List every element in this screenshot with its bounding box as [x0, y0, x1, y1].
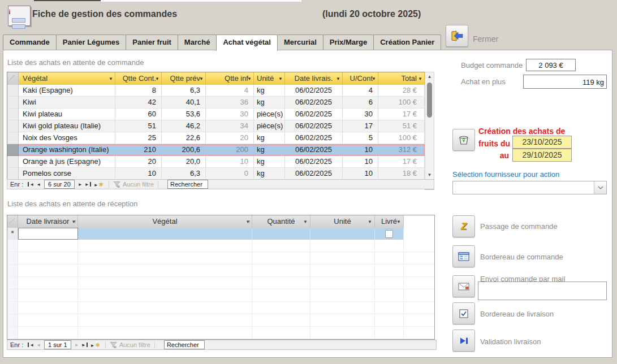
table-row[interactable]: Kiwi gold plateau (Italie)5146,234pièce(… [7, 120, 425, 132]
table-cell[interactable]: 06/02/2025 [285, 168, 343, 180]
unite-cell[interactable] [310, 228, 375, 240]
table-cell[interactable]: kg [254, 97, 285, 109]
dropdown-icon[interactable]: ▼ [336, 73, 340, 85]
table-cell[interactable]: 10 [115, 168, 162, 180]
table-row[interactable]: Kiwi4240,136kg06/02/20256100 € [7, 97, 425, 109]
row-selector[interactable] [7, 109, 19, 120]
dropdown-icon[interactable]: ▼ [368, 216, 372, 228]
column-header-qtte-inf[interactable]: Qtte inf▼ [206, 72, 254, 85]
previous-record-button[interactable]: ◄ [36, 182, 41, 187]
new-record-button[interactable]: ►✱ [90, 342, 100, 348]
combobox-drop-button[interactable] [594, 181, 606, 194]
table-cell[interactable]: 20,0 [162, 156, 206, 168]
table-cell[interactable]: 40,1 [162, 97, 206, 109]
mail-address-input[interactable] [478, 281, 607, 300]
table-cell[interactable]: pièce(s) [254, 109, 285, 120]
table-cell[interactable]: 36 [206, 97, 254, 109]
table-cell[interactable]: 10 [206, 156, 254, 168]
table-cell[interactable]: 28 € [378, 85, 425, 97]
table-cell[interactable]: 6,3 [162, 168, 206, 180]
table-row[interactable]: Orange washington (Italie)210200,6200kg0… [7, 144, 425, 156]
filter-status[interactable]: Aucun filtre [119, 341, 150, 348]
next-record-button[interactable]: ► [78, 182, 83, 187]
tab-march-[interactable]: Marché [178, 34, 217, 50]
scroll-up-icon[interactable]: ▲ [425, 74, 434, 79]
table-row[interactable]: Noix des Vosges2522,620kg06/02/20255100 … [7, 132, 425, 144]
table-cell[interactable]: Pomelos corse [19, 168, 115, 180]
table-cell[interactable]: kg [254, 132, 285, 144]
table-cell[interactable]: pièce(s) [254, 120, 285, 132]
date-to-field[interactable]: 29/10/2025 [512, 149, 572, 162]
table-cell[interactable]: 46,2 [162, 120, 206, 132]
order-placement-button[interactable]: Z [452, 215, 475, 237]
column-header-qtte-prev[interactable]: Qtte prév▼ [162, 72, 206, 85]
tab-mercurial[interactable]: Mercurial [277, 34, 323, 50]
sort-dropdown-icon[interactable]: ▾↑ [247, 215, 249, 228]
table-cell[interactable]: 210 [115, 144, 162, 156]
table-cell[interactable]: 8 [115, 85, 162, 97]
table-cell[interactable]: 17 € [378, 156, 425, 168]
filter-status[interactable]: Aucun filtre [123, 181, 154, 188]
table-cell[interactable]: 4 [343, 85, 378, 97]
extra-purchase-field[interactable]: 119 kg [523, 75, 607, 89]
column-header-unite[interactable]: Unité▼ [310, 215, 375, 228]
table-cell[interactable]: 06/02/2025 [285, 97, 343, 109]
table-row[interactable]: Orange à jus (Espagne)2020,010kg06/02/20… [7, 156, 425, 168]
dropdown-icon[interactable]: ▼ [418, 73, 422, 85]
column-header-vegetal[interactable]: Végétal▼ [19, 72, 115, 85]
table-cell[interactable]: 100 € [378, 97, 425, 109]
table-cell[interactable]: 10 [343, 156, 378, 168]
table-cell[interactable]: 42 [115, 97, 162, 109]
table-cell[interactable]: 4 [206, 85, 254, 97]
table-cell[interactable]: 06/02/2025 [285, 144, 343, 156]
dropdown-icon[interactable]: ▼ [278, 73, 283, 85]
table-cell[interactable]: Orange à jus (Espagne) [19, 156, 115, 168]
send-order-mail-button[interactable] [452, 275, 475, 297]
table-cell[interactable]: 06/02/2025 [285, 109, 343, 120]
dropdown-icon[interactable]: ▼ [372, 73, 376, 85]
table-cell[interactable]: 6,3 [162, 85, 206, 97]
supplier-combobox[interactable] [452, 181, 607, 194]
row-selector[interactable] [7, 132, 19, 144]
table-cell[interactable]: kg [254, 85, 285, 97]
column-header-date-livraison[interactable]: Date livraisor▾↑ [18, 215, 78, 228]
row-selector[interactable] [7, 97, 19, 109]
row-selector[interactable] [7, 156, 19, 168]
sort-dropdown-icon[interactable]: ▾↑ [72, 215, 75, 228]
table-cell[interactable]: 30 [206, 109, 254, 120]
table-cell[interactable]: 53,6 [162, 109, 206, 120]
select-all-corner[interactable] [7, 215, 18, 228]
table-cell[interactable]: 30 [343, 109, 378, 120]
budget-value-field[interactable]: 2 093 € [526, 59, 576, 71]
column-header-unite[interactable]: Unité▼ [254, 72, 285, 85]
livre-checkbox[interactable] [385, 230, 393, 238]
table-cell[interactable]: 100 € [378, 132, 425, 144]
table-cell[interactable]: 312 € [378, 144, 425, 156]
new-record-button[interactable]: ►✱ [94, 181, 103, 188]
scrollbar-thumb[interactable] [427, 83, 432, 118]
row-selector[interactable] [7, 168, 19, 180]
first-record-button[interactable]: ◄ [27, 182, 34, 187]
delivery-validation-button[interactable] [452, 330, 475, 352]
column-header-total[interactable]: Total▼ [378, 72, 425, 85]
table-cell[interactable]: 20 [115, 156, 162, 168]
table-row[interactable]: Kiwi plateau6053,630pièce(s)06/02/202530… [7, 109, 425, 120]
table-cell[interactable]: 17 [343, 120, 378, 132]
last-record-button[interactable]: ► [81, 343, 88, 348]
column-header-qtte-cont[interactable]: Qtte Cont.▼ [115, 72, 162, 85]
previous-record-button[interactable]: ◄ [36, 343, 41, 348]
search-input[interactable]: Rechercher [164, 340, 205, 349]
column-header-livre[interactable]: Livré▼ [375, 215, 404, 228]
column-header-u-cont[interactable]: U/Cont▼ [343, 72, 378, 85]
last-record-button[interactable]: ► [85, 182, 92, 187]
table-row[interactable]: Kaki (Espagne)86,34kg06/02/2025428 € [7, 85, 425, 97]
create-purchases-button[interactable] [452, 129, 475, 151]
table-cell[interactable]: kg [254, 156, 285, 168]
livre-cell[interactable] [375, 228, 404, 240]
column-header-quantite[interactable]: Quantité▼ [252, 215, 310, 228]
new-record-row[interactable]: * [7, 228, 434, 240]
quantite-cell[interactable] [252, 228, 310, 240]
dropdown-icon[interactable]: ▼ [303, 216, 308, 228]
table-cell[interactable]: 0 [206, 168, 254, 180]
table-cell[interactable]: 6 [343, 97, 378, 109]
